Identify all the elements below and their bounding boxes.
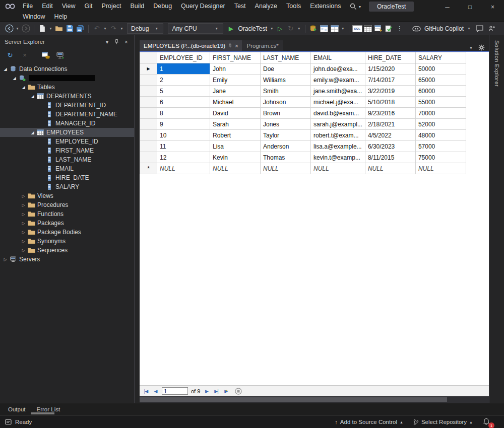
grid-cell[interactable]: Jones (261, 119, 311, 130)
column-header-email[interactable]: EMAIL (311, 52, 365, 63)
navigate-back-caret-icon[interactable]: ▾ (15, 26, 20, 31)
navigate-back-icon[interactable] (4, 23, 14, 34)
grid-cell[interactable]: 52000 (415, 119, 466, 130)
grid-cell[interactable]: john.doe@exa... (311, 63, 365, 75)
record-position-input[interactable] (162, 387, 188, 395)
tree-item-functions[interactable]: ▷Functions (0, 209, 134, 219)
grid-corner[interactable] (140, 52, 157, 63)
grid-cell[interactable]: Michael (210, 97, 261, 108)
collapsed-arrow-icon[interactable]: ▷ (20, 239, 27, 244)
tree-item-tables[interactable]: ◢Tables (0, 83, 134, 92)
move-last-button[interactable]: ▶| (213, 389, 219, 394)
tree-item-email[interactable]: EMAIL (0, 164, 134, 173)
github-copilot-button[interactable]: GitHub Copilot (424, 25, 464, 32)
grid-cell[interactable]: 4/5/2022 (365, 130, 415, 141)
grid-cell[interactable]: 48000 (415, 130, 466, 141)
grid-cell[interactable]: 55000 (415, 97, 466, 108)
solution-explorer-tab-label[interactable]: Solution Explorer (494, 40, 500, 403)
row-header[interactable] (140, 86, 157, 97)
stop-refresh-icon[interactable]: × (20, 50, 30, 61)
background-tasks-icon[interactable] (5, 419, 12, 425)
grid-cell[interactable]: Sarah (210, 119, 261, 130)
stop-retrieving-icon[interactable] (235, 388, 242, 395)
grid-cell[interactable]: Jane (210, 86, 261, 97)
collapsed-arrow-icon[interactable]: ▷ (20, 230, 27, 235)
collapsed-arrow-icon[interactable]: ▷ (20, 194, 27, 198)
show-sql-pane-icon[interactable]: SQL (352, 23, 362, 34)
open-file-icon[interactable] (54, 23, 64, 34)
menu-window[interactable]: Window (18, 11, 49, 23)
menu-analyze[interactable]: Analyze (250, 0, 282, 12)
grid-cell[interactable]: Johnson (261, 97, 311, 108)
scrollbar-thumb[interactable] (140, 397, 447, 402)
show-criteria-pane-icon[interactable] (330, 23, 340, 34)
grid-cell[interactable]: Lisa (210, 141, 261, 152)
solution-configuration-dropdown[interactable]: Debug ▾ (127, 23, 163, 34)
grid-cell[interactable]: Doe (261, 63, 311, 75)
tree-item-first-name[interactable]: FIRST_NAME (0, 146, 134, 155)
menu-extensions[interactable]: Extensions (305, 0, 345, 12)
grid-cell[interactable]: 65000 (415, 75, 466, 86)
grid-cell[interactable]: 9/23/2016 (365, 108, 415, 119)
refresh-icon[interactable]: ↻ (5, 50, 15, 61)
live-share-icon[interactable] (487, 23, 497, 34)
tree-item-hire-date[interactable]: HIRE_DATE (0, 173, 134, 182)
new-project-icon[interactable] (37, 23, 47, 34)
tree-item-servers[interactable]: ▷Servers (0, 255, 134, 264)
grid-cell[interactable]: 6/30/2023 (365, 141, 415, 152)
grid-cell[interactable]: 8/11/2015 (365, 152, 415, 163)
expanded-arrow-icon[interactable]: ◢ (29, 130, 36, 135)
grid-cell[interactable]: robert.t@exam... (311, 130, 365, 141)
grid-cell[interactable]: David (210, 108, 261, 119)
tree-item-package-bodies[interactable]: ▷Package Bodies (0, 228, 134, 237)
grid-cell[interactable]: 11 (157, 141, 210, 152)
search-box[interactable]: OracleTest (369, 2, 414, 12)
column-header-hire-date[interactable]: HIRE_DATE (365, 52, 415, 63)
grid-cell[interactable]: Kevin (210, 152, 261, 163)
move-previous-button[interactable]: ◀ (152, 389, 159, 394)
row-header[interactable] (140, 141, 157, 152)
show-results-pane-icon[interactable] (363, 23, 373, 34)
collapsed-arrow-icon[interactable]: ▷ (20, 203, 27, 207)
grid-cell[interactable]: 6 (157, 97, 210, 108)
grid-cell[interactable]: 9 (157, 119, 210, 130)
tree-item-synonyms[interactable]: ▷Synonyms (0, 237, 134, 246)
menu-query-designer[interactable]: Query Designer (176, 0, 230, 12)
expanded-arrow-icon[interactable]: ◢ (11, 76, 18, 81)
grid-cell[interactable]: Robert (210, 130, 261, 141)
grid-cell[interactable]: Anderson (261, 141, 311, 152)
panel-scrollbar-thumb[interactable] (31, 412, 54, 414)
add-to-source-control-button[interactable]: ↑ Add to Source Control ▲ (335, 419, 403, 425)
grid-cell[interactable]: NULL (261, 163, 311, 174)
verify-sql-icon[interactable] (384, 23, 394, 34)
grid-cell[interactable]: NULL (311, 163, 365, 174)
connect-to-server-icon[interactable] (55, 50, 66, 61)
grid-cell[interactable]: 12 (157, 152, 210, 163)
menu-git[interactable]: Git (80, 0, 97, 12)
menu-build[interactable]: Build (125, 0, 149, 12)
grid-cell[interactable]: Taylor (261, 130, 311, 141)
grid-cell[interactable]: 8 (157, 108, 210, 119)
close-tab-icon[interactable]: × (235, 43, 238, 49)
document-list-caret-icon[interactable]: ▾ (468, 45, 474, 50)
move-next-button[interactable]: ▶ (203, 389, 210, 394)
grid-cell[interactable]: 60000 (415, 86, 466, 97)
column-header-salary[interactable]: SALARY (415, 52, 466, 63)
grid-cell[interactable]: 75000 (415, 152, 466, 163)
change-type-icon[interactable] (373, 23, 384, 34)
execute-query-icon[interactable] (308, 23, 319, 34)
tree-item-last-name[interactable]: LAST_NAME (0, 155, 134, 164)
current-row-indicator[interactable]: ▶ (140, 63, 157, 75)
start-debugging-button[interactable]: OracleTest (236, 25, 268, 32)
grid-cell[interactable]: kevin.t@examp... (311, 152, 365, 163)
grid-cell[interactable]: Brown (261, 108, 311, 119)
grid-cell[interactable]: 3/22/2019 (365, 86, 415, 97)
row-header[interactable] (140, 130, 157, 141)
notifications-button[interactable]: 1 (483, 418, 492, 426)
row-header[interactable] (140, 108, 157, 119)
tab-employees-data[interactable]: EMPLOYEES (P...(db-oracle19) × (140, 40, 242, 51)
redo-icon[interactable]: ↷ (108, 23, 118, 34)
menu-project[interactable]: Project (97, 0, 126, 12)
grid-cell[interactable]: david.b@exam... (311, 108, 365, 119)
grid-cell[interactable]: michael.j@exa... (311, 97, 365, 108)
